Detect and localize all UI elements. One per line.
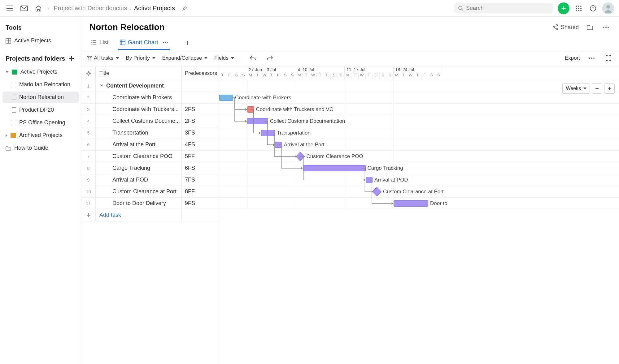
- table-row[interactable]: 8Cargo Tracking6FS: [81, 162, 219, 174]
- task-title[interactable]: Collect Customs Docume...: [96, 115, 182, 127]
- tab-more-icon[interactable]: [163, 41, 168, 43]
- table-row[interactable]: 5Transportation3FS: [81, 127, 219, 139]
- gantt-bar[interactable]: [247, 118, 268, 124]
- predecessor-cell[interactable]: 9FS: [182, 198, 219, 209]
- sidebar-item-howto[interactable]: How-to Guide: [2, 142, 79, 154]
- add-folder-icon[interactable]: [68, 54, 76, 62]
- gantt-bar[interactable]: [219, 95, 233, 101]
- tab-list[interactable]: List: [89, 36, 111, 50]
- task-title-text: Coordinate with Truckers...: [112, 106, 179, 113]
- redo-icon[interactable]: [265, 53, 275, 63]
- sidebar-item-mario[interactable]: Mario Ian Relocation: [2, 79, 79, 90]
- task-title[interactable]: Door to Door Delivery: [96, 198, 182, 209]
- share-button[interactable]: Shared: [552, 24, 579, 31]
- task-title[interactable]: Content Development: [96, 80, 182, 92]
- gantt-bar[interactable]: [303, 165, 366, 171]
- tab-gantt[interactable]: Gantt Chart: [118, 36, 170, 50]
- gantt-bar[interactable]: [247, 106, 254, 113]
- table-row[interactable]: 9Arrival at POD7FS: [81, 174, 219, 186]
- task-title[interactable]: Custom Clearance at Port: [96, 186, 182, 197]
- predecessor-cell[interactable]: 6FS: [182, 162, 219, 174]
- sidebar-item-norton[interactable]: Norton Relocation: [2, 92, 79, 103]
- avatar[interactable]: [602, 2, 614, 14]
- toolbar-more-icon[interactable]: [587, 53, 597, 63]
- pin-icon[interactable]: [179, 3, 189, 13]
- table-row[interactable]: 7Custom Clearance POO5FF: [81, 151, 219, 162]
- task-title[interactable]: Coordinate with Brokers: [96, 92, 182, 103]
- gantt-milestone[interactable]: [295, 152, 305, 161]
- day-header: T: [400, 73, 408, 80]
- table-row[interactable]: 3Coordinate with Truckers...2FS: [81, 104, 219, 115]
- gantt-row: Collect Customs Documentation: [219, 115, 619, 127]
- predecessor-cell[interactable]: 3FS: [182, 127, 219, 139]
- sort-by-priority[interactable]: By Priority: [126, 55, 155, 61]
- task-title[interactable]: Custom Clearance POO: [96, 151, 182, 162]
- sort-label: By Priority: [126, 55, 150, 61]
- row-number: 6: [81, 139, 96, 150]
- task-title[interactable]: Arrival at POD: [96, 174, 182, 186]
- predecessor-cell[interactable]: 2FS: [182, 115, 219, 127]
- fullscreen-icon[interactable]: [604, 53, 613, 63]
- sidebar-tool-active-projects[interactable]: Active Projects: [2, 35, 79, 46]
- sidebar-item-ps-office[interactable]: PS Office Opening: [2, 117, 79, 128]
- menu-icon[interactable]: [5, 3, 15, 13]
- add-button[interactable]: +: [558, 2, 569, 14]
- breadcrumb-2[interactable]: Active Projects: [134, 5, 175, 12]
- task-title[interactable]: Arrival at the Port: [96, 139, 182, 150]
- col-title[interactable]: Title: [96, 66, 182, 80]
- predecessor-cell[interactable]: 7FS: [182, 174, 219, 186]
- table-row[interactable]: 11Door to Door Delivery9FS: [81, 198, 219, 209]
- home-icon[interactable]: [33, 3, 43, 13]
- add-tab-icon[interactable]: [182, 38, 192, 48]
- predecessor-cell[interactable]: [182, 80, 219, 92]
- timeline-scale-select[interactable]: Weeks: [562, 83, 590, 94]
- sidebar-item-dp20[interactable]: Product DP20: [2, 104, 79, 116]
- help-icon[interactable]: ?: [588, 3, 598, 13]
- zoom-out-button[interactable]: −: [592, 83, 602, 94]
- gantt-bar[interactable]: [366, 177, 373, 183]
- undo-icon[interactable]: [248, 53, 258, 63]
- gantt-bar-label: Arrival at POD: [374, 177, 408, 183]
- gantt-bar[interactable]: [261, 130, 275, 136]
- add-task-row[interactable]: Add task: [81, 209, 219, 221]
- chevron-down-icon[interactable]: [99, 83, 104, 89]
- task-title[interactable]: Cargo Tracking: [96, 162, 182, 174]
- export-button[interactable]: Export: [565, 55, 580, 61]
- mail-icon[interactable]: [19, 3, 29, 13]
- task-title[interactable]: Coordinate with Truckers...: [96, 104, 182, 115]
- filter-all-tasks[interactable]: All tasks: [87, 55, 119, 61]
- settings-icon[interactable]: [81, 66, 96, 80]
- col-predecessors[interactable]: Predecessors: [182, 66, 219, 80]
- breadcrumb-1[interactable]: Project with Dependencies: [54, 5, 127, 12]
- doc-icon: [12, 107, 16, 113]
- gantt-bar[interactable]: [394, 200, 429, 207]
- chevron-down-icon: [152, 57, 155, 59]
- predecessor-cell[interactable]: 4FS: [182, 139, 219, 150]
- search-input[interactable]: [466, 5, 550, 11]
- predecessor-cell[interactable]: 2FS: [182, 104, 219, 115]
- gantt-bar[interactable]: [275, 142, 282, 148]
- chevron-down-icon: [231, 57, 234, 59]
- table-row[interactable]: 10Custom Clearance at Port8FF: [81, 186, 219, 198]
- filter-icon: [87, 56, 92, 61]
- table-row[interactable]: 1Content Development: [81, 80, 219, 92]
- folder-action-icon[interactable]: [585, 22, 595, 32]
- gantt-milestone[interactable]: [372, 187, 381, 196]
- sidebar-item-active-projects[interactable]: Active Projects: [2, 66, 79, 78]
- predecessor-cell[interactable]: [182, 92, 219, 103]
- more-icon[interactable]: [601, 22, 611, 32]
- row-number: 4: [81, 115, 96, 127]
- task-title[interactable]: Transportation: [96, 127, 182, 139]
- table-row[interactable]: 2Coordinate with Brokers: [81, 92, 219, 104]
- expand-collapse[interactable]: Expand/Collapse: [162, 55, 208, 61]
- predecessor-cell[interactable]: 5FF: [182, 151, 219, 162]
- fields-dropdown[interactable]: Fields: [214, 55, 234, 61]
- sidebar-item-archived[interactable]: Archived Projects: [2, 130, 79, 141]
- search-box[interactable]: [454, 3, 553, 13]
- timeline[interactable]: 27 Jun – 3 Jul4–10 Jul11–17 Jul18–24 Jul…: [219, 66, 619, 364]
- zoom-in-button[interactable]: +: [604, 83, 615, 94]
- predecessor-cell[interactable]: 8FF: [182, 186, 219, 197]
- apps-icon[interactable]: [574, 3, 584, 13]
- table-row[interactable]: 4Collect Customs Docume...2FS: [81, 115, 219, 127]
- table-row[interactable]: 6Arrival at the Port4FS: [81, 139, 219, 151]
